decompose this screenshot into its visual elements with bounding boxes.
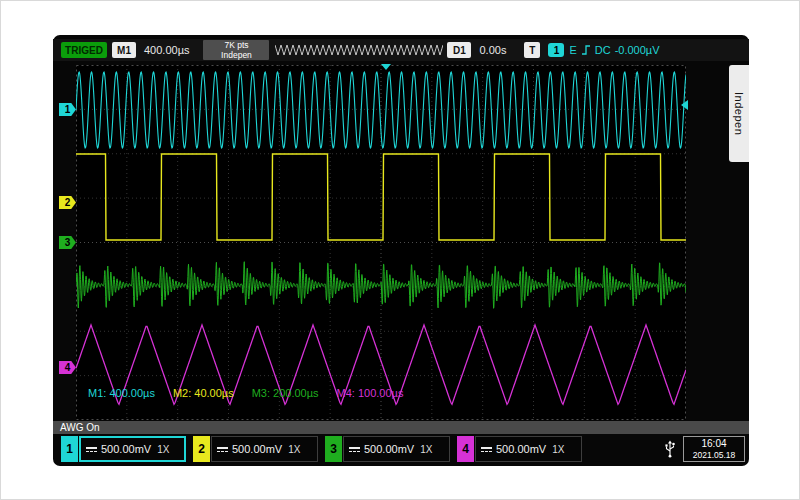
trigger-coupling: DC: [595, 44, 611, 56]
channel-4-probe: 1X: [552, 444, 564, 455]
channel-3-settings[interactable]: 500.00mV 1X: [343, 436, 450, 462]
channel-1-badge[interactable]: 1: [61, 436, 78, 462]
measurement-m2: M2: 40.00µs: [173, 387, 234, 399]
measurement-m4: M4: 100.00µs: [337, 387, 404, 399]
channel-2-ground-marker[interactable]: 2: [59, 196, 76, 209]
channel-1-settings[interactable]: 500.00mV 1X: [79, 436, 186, 462]
clock-box: 16:04 2021.05.18: [683, 436, 745, 462]
channel-1-ground-marker[interactable]: 1: [59, 103, 76, 116]
channel-1-scale: 500.00mV: [101, 443, 151, 455]
dc-coupling-icon: [481, 447, 492, 452]
channel-2-block[interactable]: 2 500.00mV 1X: [193, 436, 318, 462]
waveform-ch1-sine: [76, 72, 686, 148]
trigger-source: E: [569, 44, 576, 56]
time-value: 16:04: [701, 438, 726, 450]
dc-coupling-icon: [217, 447, 228, 452]
indepen-side-tab[interactable]: Indepen: [729, 65, 749, 162]
channel-3-block[interactable]: 3 500.00mV 1X: [325, 436, 450, 462]
channel-3-ground-marker[interactable]: 3: [59, 236, 76, 249]
measurement-m1: M1: 400.00µs: [88, 387, 155, 399]
channel-2-settings[interactable]: 500.00mV 1X: [211, 436, 318, 462]
waveform-traces: [76, 65, 686, 420]
trigger-level: -0.000µV: [615, 44, 660, 56]
waveform-ch3-burst: [76, 262, 686, 309]
trigger-source-channel-badge: 1: [548, 43, 564, 57]
trigger-info: E DC -0.000µV: [569, 44, 659, 56]
record-preview-waveform: [275, 43, 443, 57]
channel-2-scale: 500.00mV: [232, 443, 282, 455]
trigger-level-marker[interactable]: [681, 100, 688, 110]
channel-3-scale: 500.00mV: [364, 443, 414, 455]
timebase-m1-label: M1: [112, 42, 136, 58]
awg-status-bar: AWG On: [53, 421, 749, 434]
trigger-t-label: T: [524, 42, 540, 58]
awg-status: AWG On: [60, 422, 100, 433]
usb-icon: [663, 440, 677, 458]
channel-2-probe: 1X: [288, 444, 300, 455]
channel-4-ground-marker[interactable]: 4: [59, 361, 76, 374]
rising-edge-icon: [581, 44, 591, 56]
waveform-display: M1: 400.00µs M2: 40.00µs M3: 200.00µs M4…: [76, 65, 686, 420]
acquire-settings-box[interactable]: 7K pts Indepen: [203, 40, 269, 60]
channel-2-badge[interactable]: 2: [193, 436, 210, 462]
channel-4-badge[interactable]: 4: [457, 436, 474, 462]
channel-1-probe: 1X: [157, 444, 169, 455]
trigger-position-marker[interactable]: [381, 64, 391, 70]
waveform-ch2-square: [76, 154, 686, 240]
measurement-m3: M3: 200.00µs: [252, 387, 319, 399]
dc-coupling-icon: [86, 447, 97, 452]
dc-coupling-icon: [349, 447, 360, 452]
bottom-right-group: 16:04 2021.05.18: [663, 436, 745, 462]
delay-d1-label: D1: [447, 42, 471, 58]
channel-4-scale: 500.00mV: [496, 443, 546, 455]
delay-value: 0.00s: [479, 44, 506, 56]
timebase-value: 400.00µs: [144, 44, 189, 56]
channel-1-block[interactable]: 1 500.00mV 1X: [61, 436, 186, 462]
date-value: 2021.05.18: [693, 450, 736, 460]
trigger-status-badge: TRIGED: [61, 42, 107, 58]
memory-depth: 7K pts: [224, 40, 248, 50]
photo-background: TRIGED M1 400.00µs 7K pts Indepen D1 0.0…: [0, 0, 800, 500]
status-bar: TRIGED M1 400.00µs 7K pts Indepen D1 0.0…: [53, 39, 749, 61]
channel-4-settings[interactable]: 500.00mV 1X: [475, 436, 582, 462]
channel-3-badge[interactable]: 3: [325, 436, 342, 462]
oscilloscope-screen: TRIGED M1 400.00µs 7K pts Indepen D1 0.0…: [53, 35, 749, 466]
channel-4-block[interactable]: 4 500.00mV 1X: [457, 436, 582, 462]
acquire-mode: Indepen: [221, 50, 252, 60]
channel-3-probe: 1X: [420, 444, 432, 455]
channel-settings-bar: 1 500.00mV 1X 2 500.00mV 1X 3: [61, 435, 745, 463]
measurement-readouts: M1: 400.00µs M2: 40.00µs M3: 200.00µs M4…: [88, 387, 403, 399]
